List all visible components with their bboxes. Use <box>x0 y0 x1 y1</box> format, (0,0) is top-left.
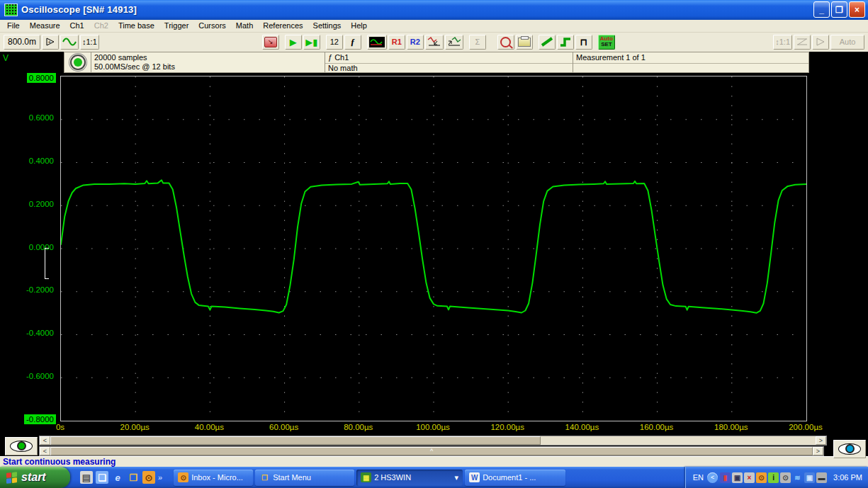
menu-help[interactable]: Help <box>346 21 372 30</box>
language-indicator[interactable]: EN <box>693 473 704 482</box>
tray-icons: ▮▣×⊙i⊙≋▣▬ <box>720 472 827 483</box>
zoom-button[interactable] <box>497 35 514 50</box>
y-tick-0.2000[interactable]: 0.2000 <box>27 199 56 209</box>
amplifier2-button[interactable] <box>812 35 829 50</box>
printer-icon[interactable]: ▤ <box>80 471 93 484</box>
autoset-button[interactable]: Auto SET <box>598 35 615 50</box>
vertical-scale-button[interactable]: ↕1:1 <box>80 35 99 50</box>
restore-button[interactable]: ❐ <box>831 1 847 18</box>
acquisition-led-cell <box>64 52 91 72</box>
acquisition-info: 20000 samples 50.00MS/sec @ 12 bits <box>91 52 325 72</box>
y-tick-0.6000[interactable]: 0.6000 <box>27 113 56 123</box>
start-button[interactable]: start <box>0 467 70 488</box>
x-tick-140.00µs: 140.00µs <box>565 423 599 431</box>
menu-settings[interactable]: Settings <box>308 21 346 30</box>
stream-measure-button[interactable]: ▶▮ <box>303 35 320 50</box>
sum-channels-button[interactable]: Σ <box>469 35 486 50</box>
menu-ch1[interactable]: Ch1 <box>65 21 89 30</box>
trigger-scroll-left-button[interactable]: < <box>40 447 50 455</box>
save-reference-button[interactable] <box>425 35 444 50</box>
battery-icon[interactable]: ▮ <box>720 472 731 483</box>
scheduler-icon[interactable]: ⊙ <box>780 472 791 483</box>
trigger-scrollbar-thumb[interactable]: ^ <box>50 447 813 455</box>
y-tick--0.2000[interactable]: -0.2000 <box>24 285 56 295</box>
y-tick-0.4000[interactable]: 0.4000 <box>27 156 56 166</box>
task-inbox[interactable]: ⊙ Inbox - Micro... <box>174 470 253 486</box>
scroll-left-button[interactable]: < <box>40 436 50 445</box>
x-tick-60.00µs: 60.00µs <box>269 423 298 431</box>
quick-launch: ▤❏e❒⊙ <box>80 471 155 484</box>
quick-launch-overflow[interactable]: » <box>158 473 162 482</box>
monitor-icon[interactable]: ▣ <box>804 472 815 483</box>
modem-icon[interactable]: ▬ <box>816 472 827 483</box>
x-tick-80.00µs: 80.00µs <box>344 423 373 431</box>
print-button[interactable] <box>516 35 533 50</box>
measurement-info: Measurement 1 of 1 <box>573 52 808 72</box>
square-wave-button[interactable]: ⊓ <box>575 35 592 50</box>
one-shot-button[interactable]: ↘ <box>262 35 279 50</box>
channel2-visibility-button[interactable] <box>833 440 866 458</box>
menu-measure[interactable]: Measure <box>25 21 65 30</box>
menu-cursors[interactable]: Cursors <box>193 21 231 30</box>
menu-time-base[interactable]: Time base <box>113 21 159 30</box>
slope-button[interactable] <box>794 35 811 50</box>
x-tick-160.00µs: 160.00µs <box>640 423 674 431</box>
pc-icon[interactable]: ▣ <box>732 472 743 483</box>
display-error-icon[interactable]: × <box>744 472 755 483</box>
display-mode-button[interactable] <box>367 35 387 50</box>
amplifier-button[interactable]: + <box>42 35 59 50</box>
amplifier-gray-icon <box>815 38 826 46</box>
ie-icon[interactable]: e <box>111 471 124 484</box>
clock-app-icon[interactable]: ⊙ <box>142 471 155 484</box>
task-hs3win[interactable]: ▦ 2 HS3WIN ▾ <box>356 470 463 486</box>
x-tick-40.00µs: 40.00µs <box>195 423 224 431</box>
y-tick--0.6000[interactable]: -0.6000 <box>24 371 56 381</box>
y-tick-0.0000[interactable]: 0.0000 <box>27 242 56 252</box>
menu-references[interactable]: References <box>258 21 308 30</box>
minimize-button[interactable]: _ <box>813 1 830 18</box>
vertical-scale2-button[interactable]: ↕1:1 <box>773 35 792 50</box>
start-measure-button[interactable]: ▶ <box>285 35 302 50</box>
auto-range-button[interactable]: Auto <box>830 35 864 50</box>
save-reference-icon <box>427 37 441 47</box>
load-reference-button[interactable] <box>445 35 463 50</box>
swap-channels-button[interactable]: 12 <box>326 35 343 50</box>
reference2-button[interactable]: R2 <box>407 35 424 50</box>
trigger-scroll-right-button[interactable]: > <box>813 447 823 455</box>
y-tick-0.8000[interactable]: 0.8000 <box>27 73 56 83</box>
x-tick-20.00µs: 20.00µs <box>120 423 150 431</box>
connection-icon[interactable]: ≋ <box>792 472 803 483</box>
menu-file[interactable]: File <box>2 21 25 30</box>
step-signal-button[interactable] <box>557 35 574 50</box>
hs3win-icon: ▦ <box>361 472 371 482</box>
info-icon[interactable]: i <box>768 472 779 483</box>
close-button[interactable]: × <box>849 1 865 18</box>
y-tick--0.4000[interactable]: -0.4000 <box>24 328 56 338</box>
coupling-ac-button[interactable] <box>60 35 79 50</box>
menu-math[interactable]: Math <box>231 21 258 30</box>
source-info: ƒ Ch1 No math <box>325 52 573 72</box>
ramp-signal-button[interactable] <box>539 35 556 50</box>
trace-svg <box>61 76 806 421</box>
reference1-button[interactable]: R1 <box>388 35 405 50</box>
frequency-button[interactable]: ƒ <box>344 35 361 50</box>
group-dropdown-arrow[interactable]: ▾ <box>455 473 459 482</box>
waveform-plot[interactable] <box>60 76 807 421</box>
task-start-menu[interactable]: ❒ Start Menu <box>255 470 354 486</box>
time-scrollbar-thumb[interactable] <box>50 436 541 445</box>
voltage-range-display[interactable]: 800.0m <box>4 35 40 50</box>
clock-icon[interactable]: ⊙ <box>756 472 767 483</box>
trigger-position-scrollbar[interactable]: < ^ > <box>39 446 824 456</box>
trigger-level-marker[interactable] <box>45 248 50 279</box>
menu-ch2[interactable]: Ch2 <box>89 21 113 30</box>
folder-icon[interactable]: ❒ <box>127 471 140 484</box>
time-scrollbar[interactable]: < > <box>39 436 827 446</box>
y-unit-label: V <box>0 52 64 73</box>
channel1-visibility-button[interactable] <box>5 437 38 455</box>
show-desktop-icon[interactable]: ❏ <box>96 471 108 484</box>
menu-trigger[interactable]: Trigger <box>159 21 193 30</box>
task-document1[interactable]: W Document1 - ... <box>465 470 565 486</box>
tray-chevron-icon[interactable]: < <box>707 472 718 483</box>
status-bar: Start continuous measuring <box>0 456 868 467</box>
scroll-right-button[interactable]: > <box>816 436 826 445</box>
